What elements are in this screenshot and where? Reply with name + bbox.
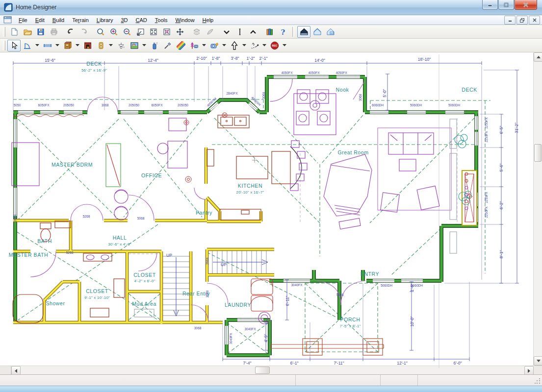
room-label: LAUNDRY bbox=[225, 302, 251, 308]
vertical-scroll-thumb[interactable] bbox=[534, 144, 542, 162]
chevron-down-icon bbox=[283, 44, 286, 47]
camera-dropdown-button[interactable] bbox=[221, 39, 228, 52]
menu-window[interactable]: Window bbox=[171, 16, 198, 24]
spray-paint-button[interactable] bbox=[148, 40, 161, 51]
camera-button[interactable] bbox=[207, 40, 221, 51]
status-cell bbox=[0, 375, 296, 386]
dimension-label: 15'-6" bbox=[45, 58, 55, 63]
redo-button[interactable] bbox=[77, 26, 90, 38]
plant-camera-button[interactable] bbox=[187, 40, 201, 51]
eyedropper-button[interactable] bbox=[161, 40, 174, 51]
material-painter-button[interactable] bbox=[174, 40, 187, 51]
mdi-restore-button[interactable] bbox=[516, 16, 528, 24]
horizontal-scroll-thumb[interactable] bbox=[255, 367, 270, 374]
room-label: Shower bbox=[46, 300, 65, 306]
display-layers-button[interactable] bbox=[190, 26, 203, 38]
light-fixture-button[interactable] bbox=[114, 40, 128, 51]
record-walkthrough-dropdown-button[interactable] bbox=[281, 39, 288, 52]
electrical-outlet-button[interactable] bbox=[94, 40, 107, 51]
print-button[interactable] bbox=[47, 26, 60, 38]
previous-marker-button[interactable] bbox=[220, 26, 233, 38]
camera-view-button[interactable] bbox=[310, 26, 324, 38]
menu-help[interactable]: Help bbox=[199, 16, 218, 24]
menu-edit[interactable]: Edit bbox=[31, 16, 49, 24]
walkthrough-dropdown-button[interactable] bbox=[261, 39, 268, 52]
scroll-down-button[interactable] bbox=[534, 356, 542, 366]
select-objects-button[interactable] bbox=[7, 40, 21, 51]
menu-terrain[interactable]: Terrain bbox=[68, 16, 93, 24]
toolbar-grip[interactable] bbox=[3, 27, 5, 37]
horizontal-scroll-track[interactable] bbox=[21, 366, 524, 374]
mdi-minimize-button[interactable] bbox=[504, 16, 516, 24]
menu-cad[interactable]: CAD bbox=[132, 16, 151, 24]
toolbar-grip[interactable] bbox=[3, 41, 5, 50]
north-arrow-dropdown-button[interactable] bbox=[241, 39, 248, 52]
vertical-scrollbar[interactable] bbox=[533, 52, 542, 366]
plant-camera-dropdown-button[interactable] bbox=[201, 39, 207, 52]
cabinet-button[interactable] bbox=[61, 40, 74, 51]
next-marker-button[interactable] bbox=[246, 26, 259, 38]
north-arrow-button[interactable] bbox=[228, 40, 241, 51]
chevron-down-icon bbox=[262, 44, 266, 47]
zoom-in-button[interactable] bbox=[107, 26, 120, 38]
window-door-code: 3040FX bbox=[244, 327, 256, 331]
door-dropdown-button[interactable] bbox=[34, 39, 41, 52]
zoom-out-button[interactable] bbox=[120, 26, 133, 38]
floor-plan-view-button[interactable] bbox=[297, 26, 310, 38]
picture-dropdown-button[interactable] bbox=[141, 39, 148, 52]
window-door-code: 2250FX bbox=[485, 192, 488, 203]
picture-button[interactable] bbox=[128, 40, 141, 51]
cabinet-dropdown-button[interactable] bbox=[74, 39, 81, 52]
undo-button[interactable] bbox=[64, 26, 77, 38]
room-label: MASTER BDRM bbox=[52, 162, 93, 168]
save-button[interactable] bbox=[34, 26, 47, 38]
fill-window-button[interactable] bbox=[133, 26, 147, 38]
dimension-marker-button[interactable] bbox=[233, 26, 246, 38]
maximize-button[interactable] bbox=[498, 0, 514, 10]
room-label: 9'-1" x 10'-10" bbox=[84, 295, 110, 300]
window-door-code: 3068 bbox=[194, 326, 202, 330]
porch-structure bbox=[271, 339, 384, 355]
pan-window-button[interactable] bbox=[173, 26, 186, 38]
window-door-code: 3068 bbox=[102, 103, 109, 107]
zoom-button[interactable] bbox=[94, 26, 107, 38]
electrical-symbols bbox=[184, 113, 468, 210]
record-walkthrough-button[interactable]: REC bbox=[268, 40, 281, 51]
resize-grip[interactable] bbox=[535, 378, 541, 384]
window-button[interactable] bbox=[41, 40, 54, 51]
floor-plan-drawing[interactable]: DECK56'-2" x 16'-9"NookDECKMASTER BDRMOF… bbox=[0, 52, 526, 369]
menu-build[interactable]: Build bbox=[49, 16, 68, 24]
scroll-up-button[interactable] bbox=[534, 52, 542, 62]
mdi-close-button[interactable] bbox=[529, 16, 540, 24]
dimension-label: 6'-11" bbox=[285, 295, 290, 306]
fireplace-button[interactable] bbox=[81, 40, 94, 51]
menu-file[interactable]: File bbox=[15, 16, 31, 24]
library-browser-button[interactable] bbox=[263, 26, 276, 38]
spray-paint-icon bbox=[150, 41, 159, 50]
electrical-outlet-dropdown-button[interactable] bbox=[107, 39, 114, 52]
expand-selected-view-button[interactable] bbox=[160, 26, 173, 38]
open-project-button[interactable] bbox=[21, 26, 34, 38]
dimension-label: 7'-11" bbox=[334, 361, 344, 366]
room-label: BATH bbox=[37, 238, 52, 244]
menu-library[interactable]: Library bbox=[93, 16, 117, 24]
dollhouse-view-button[interactable] bbox=[324, 26, 337, 38]
room-label: HALL bbox=[113, 235, 127, 241]
mdi-document-icon[interactable] bbox=[3, 16, 12, 24]
vertical-scroll-track[interactable] bbox=[534, 62, 542, 356]
expand-view-button[interactable] bbox=[147, 26, 160, 38]
menu-tools[interactable]: Tools bbox=[151, 16, 172, 24]
close-button[interactable] bbox=[515, 0, 537, 10]
menu-3d[interactable]: 3D bbox=[117, 16, 131, 24]
horizontal-scrollbar[interactable] bbox=[0, 366, 542, 374]
window-dropdown-button[interactable] bbox=[54, 39, 61, 52]
walkthrough-button[interactable] bbox=[248, 40, 261, 51]
new-document-button[interactable] bbox=[7, 26, 21, 38]
edit-area-button[interactable] bbox=[203, 26, 216, 38]
floor-plan-canvas[interactable]: DECK56'-2" x 16'-9"NookDECKMASTER BDRMOF… bbox=[0, 52, 533, 366]
window-door-code: 2250FX bbox=[485, 131, 488, 143]
door-button[interactable] bbox=[21, 40, 34, 51]
help-button[interactable]: ? bbox=[276, 26, 289, 38]
title-bar[interactable]: Home Designer bbox=[0, 0, 542, 15]
minimize-button[interactable] bbox=[482, 0, 498, 10]
